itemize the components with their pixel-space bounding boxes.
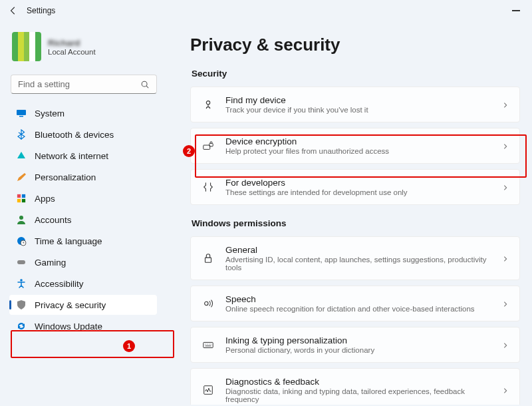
- shield-icon: [16, 300, 27, 310]
- window-controls: [512, 10, 524, 11]
- svg-rect-13: [203, 145, 210, 149]
- minimize-icon[interactable]: [512, 10, 520, 11]
- sidebar: Richard Local Account SystemBluetooth & …: [0, 21, 165, 405]
- sidebar-item-label: System: [35, 108, 65, 118]
- settings-card[interactable]: Inking & typing personalizationPersonal …: [190, 327, 520, 363]
- sidebar-item-label: Time & language: [35, 236, 102, 246]
- sidebar-item-gaming[interactable]: Gaming: [9, 252, 157, 272]
- sidebar-item-label: Accessibility: [35, 279, 84, 289]
- svg-rect-3: [17, 194, 21, 198]
- chevron-right-icon: [502, 183, 510, 191]
- card-title: Inking & typing personalization: [225, 335, 491, 345]
- settings-card[interactable]: Find my deviceTrack your device if you t…: [190, 87, 520, 122]
- sidebar-item-network[interactable]: Network & internet: [9, 146, 157, 166]
- chevron-right-icon: [502, 386, 510, 394]
- profile-name: Richard: [48, 38, 96, 48]
- dev-tools-icon: [201, 180, 215, 194]
- back-arrow-icon[interactable]: [8, 5, 19, 16]
- svg-rect-5: [17, 199, 21, 202]
- svg-rect-1: [17, 110, 26, 115]
- settings-card[interactable]: Diagnostics & feedbackDiagnostic data, i…: [190, 368, 520, 405]
- sidebar-item-label: Windows Update: [35, 321, 102, 331]
- lock-drive-icon: [201, 139, 215, 152]
- titlebar: Settings: [0, 0, 532, 21]
- sidebar-item-label: Gaming: [35, 258, 66, 268]
- annotation-badge-1: 1: [123, 340, 135, 352]
- settings-card[interactable]: GeneralAdvertising ID, local content, ap…: [190, 236, 520, 280]
- diagnostics-icon: [201, 383, 215, 397]
- sidebar-item-personalization[interactable]: Personalization: [9, 167, 157, 187]
- card-subtitle: Track your device if you think you've lo…: [225, 106, 491, 114]
- paintbrush-icon: [16, 172, 27, 182]
- svg-point-7: [19, 216, 23, 220]
- sidebar-item-accessibility[interactable]: Accessibility: [9, 274, 157, 294]
- sidebar-item-system[interactable]: System: [9, 103, 157, 123]
- card-subtitle: Personal dictionary, words in your dicti…: [225, 346, 491, 354]
- sidebar-item-privacy[interactable]: Privacy & security: [9, 295, 157, 315]
- sidebar-item-label: Apps: [35, 194, 55, 204]
- gamepad-icon: [16, 257, 27, 268]
- settings-card[interactable]: SpeechOnline speech recognition for dict…: [190, 286, 520, 321]
- search-box[interactable]: [11, 75, 157, 94]
- accessibility-icon: [16, 278, 27, 289]
- settings-card[interactable]: Device encryptionHelp protect your files…: [190, 128, 520, 164]
- section-heading: Windows permissions: [192, 218, 524, 228]
- sidebar-item-label: Bluetooth & devices: [35, 130, 114, 140]
- update-icon: [16, 321, 27, 331]
- card-title: Device encryption: [225, 136, 491, 146]
- card-title: General: [225, 245, 491, 255]
- sidebar-item-update[interactable]: Windows Update: [9, 316, 157, 336]
- svg-point-11: [20, 279, 23, 282]
- lock-icon: [201, 252, 215, 265]
- main-content: Privacy & security SecurityFind my devic…: [165, 21, 532, 405]
- card-subtitle: Help protect your files from unauthorize…: [225, 147, 491, 155]
- chevron-right-icon: [502, 341, 510, 349]
- chevron-right-icon: [502, 142, 510, 150]
- speech-icon: [201, 297, 215, 310]
- profile-account-type: Local Account: [48, 48, 96, 56]
- sidebar-item-label: Privacy & security: [35, 300, 106, 310]
- avatar: [12, 32, 41, 61]
- profile-block[interactable]: Richard Local Account: [9, 25, 158, 72]
- window-title: Settings: [27, 6, 55, 15]
- card-title: Speech: [225, 294, 491, 304]
- sidebar-item-bluetooth[interactable]: Bluetooth & devices: [9, 124, 157, 144]
- svg-point-16: [205, 302, 208, 305]
- svg-rect-15: [205, 258, 211, 262]
- card-subtitle: Online speech recognition for dictation …: [225, 305, 491, 313]
- page-title: Privacy & security: [190, 35, 524, 55]
- sidebar-item-accounts[interactable]: Accounts: [9, 210, 157, 230]
- keyboard-icon: [201, 338, 215, 351]
- settings-card[interactable]: For developersThese settings are intende…: [190, 169, 520, 205]
- card-subtitle: Diagnostic data, inking and typing data,…: [225, 387, 491, 403]
- svg-rect-6: [22, 199, 25, 202]
- wifi-icon: [16, 150, 27, 161]
- sidebar-item-label: Personalization: [35, 172, 96, 182]
- sidebar-item-label: Accounts: [35, 215, 72, 225]
- card-subtitle: These settings are intended for developm…: [225, 188, 491, 196]
- chevron-right-icon: [502, 254, 510, 262]
- search-input[interactable]: [18, 79, 140, 89]
- chevron-right-icon: [502, 300, 510, 307]
- sidebar-item-time[interactable]: Time & language: [9, 231, 157, 251]
- chevron-right-icon: [502, 101, 510, 108]
- svg-rect-10: [17, 260, 25, 264]
- card-title: For developers: [225, 178, 491, 188]
- sidebar-item-apps[interactable]: Apps: [9, 188, 157, 208]
- sidebar-nav: SystemBluetooth & devicesNetwork & inter…: [9, 103, 158, 336]
- card-title: Diagnostics & feedback: [225, 377, 491, 387]
- bluetooth-icon: [16, 129, 27, 140]
- annotation-badge-2: 2: [183, 145, 195, 157]
- monitor-icon: [16, 108, 27, 118]
- section-heading: Security: [192, 69, 524, 79]
- card-title: Find my device: [225, 95, 491, 105]
- svg-rect-2: [19, 116, 23, 117]
- person-icon: [16, 214, 27, 225]
- globe-clock-icon: [16, 236, 27, 246]
- find-device-icon: [201, 98, 215, 111]
- search-icon: [140, 80, 150, 89]
- svg-rect-4: [22, 194, 25, 198]
- svg-point-0: [142, 81, 147, 87]
- sidebar-item-label: Network & internet: [35, 151, 108, 161]
- svg-rect-17: [203, 342, 213, 347]
